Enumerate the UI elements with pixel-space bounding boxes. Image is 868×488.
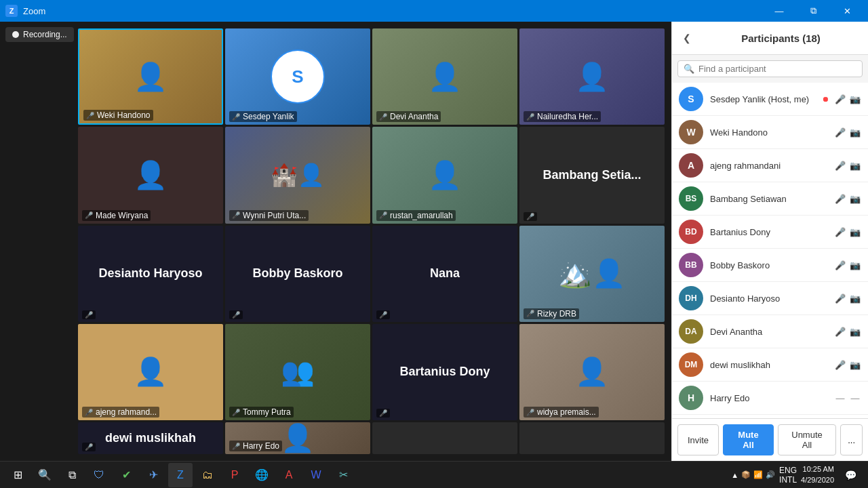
video-cell-sesdep[interactable]: S 🎤 Sesdep Yanlik	[225, 28, 370, 125]
chrome-icon[interactable]: 🌐	[250, 463, 274, 487]
avatar-harryedo: H	[679, 386, 703, 410]
system-tray: ▲ 📦 📶 🔊	[731, 470, 775, 479]
video-cell-rizky[interactable]: 🏔️👤 🎤 Rizky DRB	[519, 226, 665, 322]
panel-title: Participants (18)	[701, 33, 861, 44]
video-cell-nana[interactable]: Nana 🎤	[372, 226, 517, 322]
video-cell-rustan[interactable]: 👤 🎤 rustan_amarullah	[372, 127, 517, 223]
video-cell-wynni[interactable]: 🏰👤 🎤 Wynni Putri Uta...	[225, 127, 370, 223]
video-icon-desianto: 📷	[849, 293, 861, 304]
video-cell-tommy[interactable]: 👥 🎤 Tommy Putra	[225, 324, 370, 420]
cell-name-widya: widya premais...	[537, 407, 596, 417]
search-box[interactable]: 🔍	[677, 60, 863, 77]
list-item-dewi[interactable]: DM dewi muslikhah 🎤 📷	[672, 348, 868, 382]
panel-collapse-button[interactable]: ❮	[679, 30, 695, 46]
mic-icon-bobby: 🎤	[834, 260, 846, 270]
video-cell-bartanius[interactable]: Bartanius Dony 🎤	[372, 324, 517, 420]
mute-icon-bambang: 🎤	[526, 213, 534, 220]
list-item-harryedo[interactable]: H Harry Edo — —	[672, 382, 868, 415]
avatar-devi: DA	[679, 319, 703, 344]
zoom-taskbar-icon[interactable]: Z	[168, 463, 193, 487]
avatar-dewi: DM	[679, 352, 703, 377]
video-cell-bobby[interactable]: Bobby Baskoro 🎤	[225, 226, 370, 322]
unmute-all-button[interactable]: Unmute All	[778, 424, 836, 455]
mic-icon-bambang: 🎤	[834, 194, 846, 204]
list-item-weki[interactable]: W Weki Handono 🎤 📷	[672, 116, 868, 149]
mute-icon-nailuredha: 🎤	[526, 113, 534, 121]
minimize-button[interactable]: —	[764, 0, 795, 22]
mic-icon-sesdep: 🎤	[834, 94, 846, 104]
list-item-sesdep[interactable]: S Sesdep Yanlik (Host, me) ⏺ 🎤 📷	[672, 83, 868, 116]
cell-name-rizky: Rizky DRB	[537, 309, 576, 319]
video-cell-bambang[interactable]: Bambang Setia... 🎤	[519, 127, 665, 223]
cell-name-bambang: Bambang Setia...	[537, 163, 646, 188]
taskbar-right: ▲ 📦 📶 🔊 ENGINTL 10:25 AM 4/29/2020 💬	[731, 463, 863, 487]
video-cell-weki[interactable]: 👤 🎤 Weki Handono	[78, 28, 223, 125]
video-cell-devi[interactable]: 👤 🎤 Devi Anantha	[372, 28, 517, 125]
recording-label: Recording...	[23, 30, 67, 39]
clock-time: 10:25 AM	[801, 464, 834, 474]
shield-icon[interactable]: 🛡	[87, 463, 111, 487]
video-cell-empty2	[519, 422, 665, 454]
list-item-bobby[interactable]: BB Bobby Baskoro 🎤 📷	[672, 249, 868, 282]
list-item-desianto[interactable]: DH Desianto Haryoso 🎤 📷	[672, 282, 868, 315]
word-icon[interactable]: W	[304, 463, 328, 487]
p-name-dewi: dewi muslikhah	[710, 360, 827, 370]
more-button[interactable]: ...	[840, 424, 863, 455]
taskbar-left: ⊞ 🔍 ⧉ 🛡 ✔ ✈ Z 🗂 P 🌐 A W ✂	[5, 463, 355, 487]
p-name-sesdep: Sesdep Yanlik (Host, me)	[710, 94, 812, 104]
mic-icon-desianto: 🎤	[834, 293, 846, 304]
mic-icon-devi: 🎤	[834, 327, 846, 337]
p-name-weki: Weki Handono	[710, 127, 827, 138]
list-item-devi[interactable]: DA Devi Anantha 🎤 📷	[672, 315, 868, 348]
video-cell-nailuredha[interactable]: 👤 🎤 Nailuredha Her...	[519, 28, 665, 125]
p-name-bambang: Bambang Setiawan	[710, 194, 827, 204]
video-cell-dewi[interactable]: dewi muslikhah 🎤	[78, 422, 223, 454]
video-cell-ajeng[interactable]: 👤 🎤 ajeng rahmand...	[78, 324, 223, 420]
notifications-icon[interactable]: 💬	[838, 463, 863, 487]
video-icon-ajeng: 📷	[849, 161, 861, 171]
search-input[interactable]	[698, 64, 856, 74]
list-item-ajeng[interactable]: A ajeng rahmandani 🎤 📷	[672, 149, 868, 182]
mic-icon-harryedo: —	[834, 393, 846, 403]
cell-name-rustan: rustan_amarullah	[390, 211, 453, 220]
video-cell-harryedo[interactable]: 👤 🎤 Harry Edo	[225, 422, 370, 454]
participants-panel: ❮ Participants (18) 🔍 S Sesdep Yanlik (H…	[671, 22, 868, 461]
mute-icon-dewi: 🎤	[85, 443, 93, 451]
file-explorer-icon[interactable]: 🗂	[195, 463, 220, 487]
tray-icon-3: 📶	[753, 470, 763, 479]
mic-icon-weki: 🎤	[834, 127, 846, 138]
checkmark-icon[interactable]: ✔	[114, 463, 138, 487]
snip-icon[interactable]: ✂	[331, 463, 355, 487]
restore-button[interactable]: ⧉	[797, 0, 829, 22]
mute-icon-bartanius: 🎤	[379, 409, 387, 417]
video-icon-bartanius: 📷	[849, 227, 861, 237]
avatar-bartanius: BD	[679, 220, 703, 244]
avatar-bambang: BS	[679, 186, 703, 211]
list-item-bambang[interactable]: BS Bambang Setiawan 🎤 📷	[672, 182, 868, 216]
locale-text: ENGINTL	[779, 466, 797, 485]
search-button[interactable]: 🔍	[33, 463, 57, 487]
close-button[interactable]: ✕	[831, 0, 863, 22]
telegram-icon[interactable]: ✈	[141, 463, 165, 487]
mute-icon-rustan: 🎤	[379, 211, 387, 219]
video-cell-made[interactable]: 👤 🎤 Made Wiryana	[78, 127, 223, 223]
window-title: Zoom	[23, 6, 45, 16]
start-button[interactable]: ⊞	[5, 463, 30, 487]
cell-name-made: Made Wiryana	[96, 211, 148, 220]
clock-date: 4/29/2020	[801, 475, 834, 485]
acrobat-icon[interactable]: A	[277, 463, 301, 487]
task-view-button[interactable]: ⧉	[60, 463, 84, 487]
mic-icon-ajeng: 🎤	[834, 161, 846, 171]
mute-all-button[interactable]: Mute All	[723, 424, 774, 455]
video-cell-widya[interactable]: 👤 🎤 widya premais...	[519, 324, 665, 420]
video-cell-desianto[interactable]: Desianto Haryoso 🎤	[78, 226, 223, 322]
cell-name-dewi: dewi muslikhah	[100, 426, 201, 451]
panel-footer: Invite Mute All Unmute All ...	[672, 418, 868, 461]
mute-icon-rizky: 🎤	[526, 310, 534, 317]
p-name-ajeng: ajeng rahmandani	[710, 161, 827, 171]
sesdep-logo: S	[271, 49, 325, 104]
cell-name-bartanius: Bartanius Dony	[394, 359, 495, 384]
powerpoint-icon[interactable]: P	[222, 463, 247, 487]
invite-button[interactable]: Invite	[677, 424, 719, 455]
list-item-bartanius[interactable]: BD Bartanius Dony 🎤 📷	[672, 216, 868, 249]
